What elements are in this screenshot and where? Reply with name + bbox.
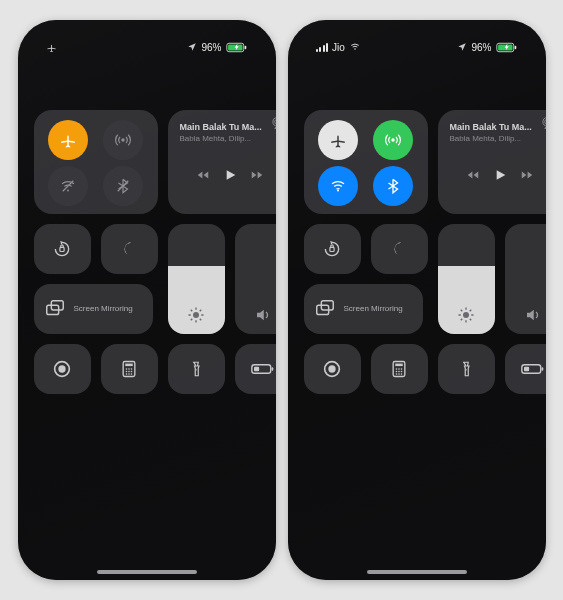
- wifi-toggle[interactable]: [318, 166, 358, 206]
- connectivity-group[interactable]: [34, 110, 158, 214]
- svg-point-50: [401, 371, 403, 373]
- carrier-label: Jio: [332, 42, 345, 53]
- svg-point-33: [392, 139, 394, 141]
- battery-icon: [496, 42, 518, 53]
- battery-percent: 96%: [471, 42, 491, 53]
- brightness-icon: [168, 306, 225, 324]
- brightness-icon: [438, 306, 495, 324]
- svg-rect-9: [60, 247, 64, 251]
- battery-percent: 96%: [201, 42, 221, 53]
- brightness-slider[interactable]: [438, 224, 495, 334]
- svg-point-34: [337, 190, 339, 192]
- svg-point-53: [401, 373, 403, 375]
- home-indicator[interactable]: [97, 570, 197, 574]
- connectivity-group[interactable]: [304, 110, 428, 214]
- svg-rect-27: [272, 367, 274, 370]
- bluetooth-toggle[interactable]: [103, 166, 143, 206]
- prev-track-button[interactable]: [196, 168, 210, 182]
- svg-point-40: [463, 312, 469, 318]
- bluetooth-toggle[interactable]: [373, 166, 413, 206]
- location-icon: [457, 42, 467, 52]
- screen-mirror-label: Screen Mirroring: [344, 305, 403, 314]
- svg-rect-1: [244, 45, 246, 48]
- svg-rect-28: [254, 367, 259, 371]
- music-widget[interactable]: Main Balak Tu Ma... Babla Mehta, Dilip..…: [168, 110, 276, 214]
- next-track-button[interactable]: [250, 168, 264, 182]
- svg-rect-56: [524, 367, 529, 371]
- airplay-icon[interactable]: [270, 116, 276, 130]
- svg-point-25: [131, 373, 133, 375]
- status-wifi-icon: [349, 42, 361, 52]
- prev-track-button[interactable]: [466, 168, 480, 182]
- svg-point-48: [396, 371, 398, 373]
- svg-rect-44: [395, 364, 403, 367]
- svg-point-14: [58, 365, 65, 372]
- volume-slider[interactable]: [235, 224, 276, 334]
- svg-point-45: [396, 368, 398, 370]
- calculator-button[interactable]: [101, 344, 158, 394]
- play-button[interactable]: [222, 167, 238, 183]
- svg-point-22: [131, 371, 133, 373]
- location-icon: [187, 42, 197, 52]
- svg-point-46: [398, 368, 400, 370]
- music-title: Main Balak Tu Ma...: [450, 122, 540, 132]
- phone-screen-1: Jio 96% Main Balak Tu Ma... Babla Mehta,…: [288, 20, 546, 580]
- status-bar: Jio 96%: [288, 20, 546, 60]
- music-title: Main Balak Tu Ma...: [180, 122, 270, 132]
- screen-record-button[interactable]: [304, 344, 361, 394]
- home-indicator[interactable]: [367, 570, 467, 574]
- volume-slider[interactable]: [505, 224, 546, 334]
- music-artist: Babla Mehta, Dilip...: [180, 134, 270, 143]
- calculator-button[interactable]: [371, 344, 428, 394]
- svg-point-21: [128, 371, 130, 373]
- svg-point-52: [398, 373, 400, 375]
- phone-screen-0: 96% Main Balak Tu Ma... Babla Mehta, Dil…: [18, 20, 276, 580]
- svg-point-8: [274, 120, 275, 125]
- brightness-slider[interactable]: [168, 224, 225, 334]
- screen-mirror-icon: [44, 298, 66, 320]
- svg-rect-37: [330, 247, 334, 251]
- status-bar: 96%: [18, 20, 276, 60]
- svg-point-3: [122, 139, 124, 141]
- battery-icon: [226, 42, 248, 53]
- low-power-button[interactable]: [235, 344, 276, 394]
- svg-rect-16: [125, 364, 133, 367]
- flashlight-button[interactable]: [168, 344, 225, 394]
- svg-point-20: [126, 371, 128, 373]
- svg-rect-55: [542, 367, 544, 370]
- airplay-icon[interactable]: [540, 116, 546, 130]
- volume-icon: [505, 306, 546, 324]
- screen-mirroring-button[interactable]: Screen Mirroring: [304, 284, 423, 334]
- cellular-toggle[interactable]: [373, 120, 413, 160]
- low-power-button[interactable]: [505, 344, 546, 394]
- next-track-button[interactable]: [520, 168, 534, 182]
- cellular-toggle[interactable]: [103, 120, 143, 160]
- music-artist: Babla Mehta, Dilip...: [450, 134, 540, 143]
- svg-point-36: [544, 120, 545, 125]
- screen-mirror-icon: [314, 298, 336, 320]
- airplane-toggle[interactable]: [318, 120, 358, 160]
- screen-record-button[interactable]: [34, 344, 91, 394]
- screen-mirror-label: Screen Mirroring: [74, 305, 133, 314]
- wifi-toggle[interactable]: [48, 166, 88, 206]
- svg-point-29: [354, 48, 356, 50]
- svg-point-17: [126, 368, 128, 370]
- status-airplane-icon: [46, 42, 57, 53]
- svg-rect-31: [514, 45, 516, 48]
- flashlight-button[interactable]: [438, 344, 495, 394]
- svg-point-24: [128, 373, 130, 375]
- dnd-toggle[interactable]: [101, 224, 158, 274]
- airplane-toggle[interactable]: [48, 120, 88, 160]
- rotation-lock-toggle[interactable]: [304, 224, 361, 274]
- screen-mirroring-button[interactable]: Screen Mirroring: [34, 284, 153, 334]
- svg-point-5: [67, 190, 69, 192]
- music-widget[interactable]: Main Balak Tu Ma... Babla Mehta, Dilip..…: [438, 110, 546, 214]
- rotation-lock-toggle[interactable]: [34, 224, 91, 274]
- svg-point-51: [396, 373, 398, 375]
- play-button[interactable]: [492, 167, 508, 183]
- dnd-toggle[interactable]: [371, 224, 428, 274]
- svg-point-23: [126, 373, 128, 375]
- svg-point-18: [128, 368, 130, 370]
- svg-point-49: [398, 371, 400, 373]
- svg-point-42: [328, 365, 335, 372]
